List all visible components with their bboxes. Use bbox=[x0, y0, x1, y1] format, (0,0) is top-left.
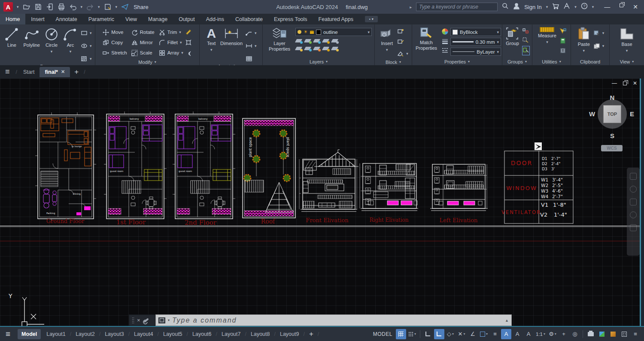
search-input[interactable] bbox=[416, 3, 498, 11]
first-floor-plan[interactable]: balcony guest room bbox=[104, 112, 167, 219]
line-button[interactable]: Line bbox=[3, 26, 20, 49]
drawing-area[interactable]: tv lounge Dining Parking bbox=[0, 78, 644, 327]
layer-unlock-icon[interactable] bbox=[322, 45, 330, 51]
close-button[interactable]: ✕ bbox=[633, 3, 638, 10]
tab-featured-apps[interactable]: Featured Apps bbox=[313, 14, 359, 24]
file-tabs-menu-icon[interactable]: ≡ bbox=[0, 67, 15, 76]
hardware-acceleration-icon[interactable] bbox=[608, 329, 618, 339]
tab-layout1[interactable]: Layout1 bbox=[43, 329, 69, 339]
layer-properties-button[interactable]: Layer Properties bbox=[265, 26, 294, 52]
layer-freeze-icon[interactable] bbox=[313, 38, 321, 44]
id-point-icon[interactable] bbox=[559, 48, 566, 55]
command-chevron-icon[interactable]: ▾ bbox=[168, 318, 170, 322]
layer-match-icon[interactable] bbox=[331, 38, 339, 44]
navigation-bar[interactable] bbox=[627, 168, 640, 256]
fillet-button[interactable]: Fillet▾ bbox=[159, 37, 183, 48]
open-button[interactable] bbox=[23, 3, 30, 11]
viewcube-east[interactable]: E bbox=[630, 110, 634, 118]
file-tab-start[interactable]: Start bbox=[18, 67, 39, 77]
tab-insert[interactable]: Insert bbox=[25, 14, 50, 24]
dwg-close-icon[interactable]: ✕ bbox=[633, 80, 637, 86]
grid-toggle[interactable] bbox=[396, 329, 406, 339]
rotate-button[interactable]: Rotate bbox=[131, 27, 155, 37]
share-label[interactable]: Share bbox=[134, 4, 149, 10]
erase-tool-icon[interactable] bbox=[185, 28, 192, 36]
second-floor-plan[interactable] bbox=[173, 112, 235, 219]
polar-tracking-toggle[interactable] bbox=[434, 329, 444, 339]
tab-layout7[interactable]: Layout7 bbox=[218, 329, 244, 339]
explode-tool-icon[interactable] bbox=[185, 39, 192, 48]
workspace-switching-icon[interactable]: ⚙▾ bbox=[547, 329, 558, 339]
wcs-menu[interactable]: WCS bbox=[601, 145, 623, 151]
layer-off-icon[interactable] bbox=[295, 38, 303, 44]
group-edit-icon[interactable] bbox=[522, 37, 530, 45]
pan-icon[interactable] bbox=[630, 186, 637, 193]
search-collapse-icon[interactable]: ▸ bbox=[410, 5, 412, 9]
chevron-down-icon[interactable]: ▾ bbox=[17, 5, 19, 9]
full-navigation-wheel-icon[interactable] bbox=[630, 173, 637, 180]
zoom-extents-icon[interactable] bbox=[630, 199, 637, 205]
tab-model[interactable]: Model bbox=[18, 329, 41, 339]
graphics-performance-icon[interactable] bbox=[597, 329, 607, 339]
tab-manage[interactable]: Manage bbox=[143, 14, 173, 24]
group-selection-toggle[interactable] bbox=[522, 46, 530, 55]
measure-button[interactable]: Measure▾ bbox=[537, 26, 558, 45]
layer-lock-icon[interactable] bbox=[322, 38, 330, 44]
tab-layout6[interactable]: Layout6 bbox=[188, 329, 215, 339]
wrench-icon[interactable] bbox=[143, 318, 149, 323]
text-button[interactable]: A Text▾ bbox=[205, 26, 217, 53]
lineweight-toggle[interactable]: ≡ bbox=[490, 329, 500, 339]
layer-thaw-icon[interactable] bbox=[313, 45, 321, 51]
showmotion-icon[interactable] bbox=[630, 224, 637, 231]
linetype-select[interactable]: ByLayer▾ bbox=[450, 48, 501, 56]
ellipse-tool-icon[interactable]: ▾ bbox=[81, 41, 92, 51]
viewcube[interactable]: N S W E TOP bbox=[594, 95, 631, 136]
annotation-scale-value[interactable]: 1:1▾ bbox=[535, 329, 547, 339]
hatch-tool-icon[interactable]: ▾ bbox=[81, 54, 92, 64]
panel-label-utilities[interactable]: Utilities▾ bbox=[532, 58, 571, 65]
plot-status-icon[interactable] bbox=[586, 329, 596, 339]
tab-home[interactable]: Home bbox=[0, 14, 25, 24]
isolate-objects-icon[interactable]: ◎ bbox=[570, 329, 580, 339]
snap-toggle[interactable]: ▾ bbox=[407, 329, 417, 339]
edit-block-icon[interactable] bbox=[397, 38, 408, 46]
layer-current-icon[interactable] bbox=[331, 45, 339, 51]
user-icon[interactable] bbox=[513, 3, 520, 11]
signin-label[interactable]: Sign In bbox=[524, 4, 541, 10]
tab-express-tools[interactable]: Express Tools bbox=[268, 14, 313, 24]
polyline-button[interactable]: Polyline bbox=[22, 26, 41, 49]
annotation-monitor-icon[interactable]: + bbox=[559, 329, 569, 339]
multileader-tool-icon[interactable]: ▾ bbox=[246, 41, 257, 51]
group-button[interactable]: Group bbox=[504, 26, 520, 47]
tab-annotate[interactable]: Annotate bbox=[50, 14, 83, 24]
copy-button[interactable]: Copy bbox=[103, 37, 127, 48]
autodesk-app-icon[interactable] bbox=[563, 3, 570, 11]
orbit-icon[interactable] bbox=[630, 211, 637, 218]
autodesk-chevron-icon[interactable]: ▾ bbox=[574, 5, 577, 9]
tab-view[interactable]: View bbox=[120, 14, 143, 24]
layer-select[interactable]: ☀ outline ▾ bbox=[295, 28, 372, 36]
isodraft-toggle[interactable]: ◇▾ bbox=[445, 329, 456, 339]
panel-label-modify[interactable]: Modify▾ bbox=[95, 59, 199, 65]
cut-icon[interactable]: ▾ bbox=[593, 28, 605, 38]
share-icon[interactable] bbox=[121, 3, 129, 11]
layer-isolate-icon[interactable] bbox=[304, 38, 312, 44]
leader-tool-icon[interactable]: ▾ bbox=[246, 28, 257, 38]
right-elevation[interactable] bbox=[360, 163, 418, 211]
ortho-toggle[interactable] bbox=[423, 329, 433, 339]
ground-floor-plan[interactable]: tv lounge Dining Parking bbox=[35, 112, 96, 221]
command-line[interactable]: × ▾ ▲ bbox=[129, 314, 512, 326]
scale-button[interactable]: Scale bbox=[131, 48, 155, 58]
plot-button[interactable] bbox=[58, 3, 65, 11]
tab-output[interactable]: Output bbox=[173, 14, 200, 24]
left-elevation[interactable] bbox=[430, 164, 488, 211]
layer-on-icon[interactable] bbox=[295, 45, 303, 51]
panel-label-groups[interactable]: Groups▾ bbox=[502, 58, 532, 65]
dwg-restore-icon[interactable] bbox=[623, 81, 627, 85]
viewcube-west[interactable]: W bbox=[589, 110, 595, 118]
tab-layout2[interactable]: Layout2 bbox=[72, 329, 98, 339]
viewcube-north[interactable]: N bbox=[610, 94, 615, 101]
lineweight-select[interactable]: 0.30 mm▾ bbox=[450, 38, 501, 46]
save-as-button[interactable] bbox=[104, 3, 112, 11]
cart-icon[interactable] bbox=[552, 3, 559, 11]
